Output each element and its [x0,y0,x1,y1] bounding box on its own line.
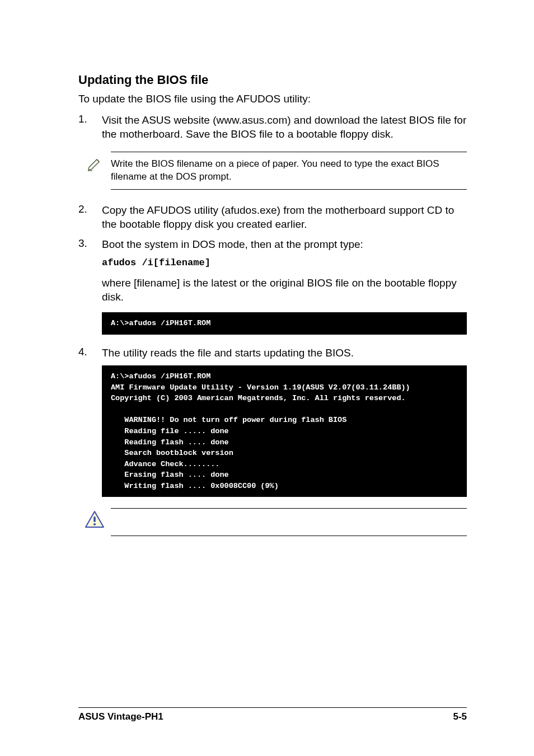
intro-text: To update the BIOS file using the AFUDOS… [78,92,467,106]
step-1: 1. Visit the ASUS website (www.asus.com)… [78,113,467,142]
step-text: Boot the system in DOS mode, then at the… [102,237,467,252]
caution-icon [78,508,111,529]
step-2: 2. Copy the AFUDOS utility (afudos.exe) … [78,203,467,232]
terminal-output-1: A:\>afudos /iPH16T.ROM [102,312,467,335]
step-3: 3. Boot the system in DOS mode, then at … [78,237,467,252]
note-text: Write the BIOS filename on a piece of pa… [111,152,467,190]
footer-right: 5-5 [453,711,467,722]
caution-callout [78,508,467,536]
step-number: 1. [78,113,102,125]
step-3-after: where [filename] is the latest or the or… [102,276,467,304]
command-line: afudos /i[filename] [102,257,467,268]
step-number: 4. [78,346,102,358]
page-footer: ASUS Vintage-PH1 5-5 [78,707,467,722]
note-callout: Write the BIOS filename on a piece of pa… [78,152,467,190]
step-number: 3. [78,237,102,250]
step-text: Visit the ASUS website (www.asus.com) an… [102,113,467,142]
step-4: 4. The utility reads the file and starts… [78,346,467,360]
pencil-icon [78,152,111,172]
svg-point-1 [93,523,96,525]
step-text: The utility reads the file and starts up… [102,346,467,360]
terminal-output-2: A:\>afudos /iPH16T.ROM AMI Firmware Upda… [102,365,467,497]
step-number: 2. [78,203,102,215]
footer-left: ASUS Vintage-PH1 [78,711,163,722]
step-text: Copy the AFUDOS utility (afudos.exe) fro… [102,203,467,232]
caution-text [111,508,467,536]
section-heading: Updating the BIOS file [78,73,467,87]
svg-rect-0 [93,516,96,522]
